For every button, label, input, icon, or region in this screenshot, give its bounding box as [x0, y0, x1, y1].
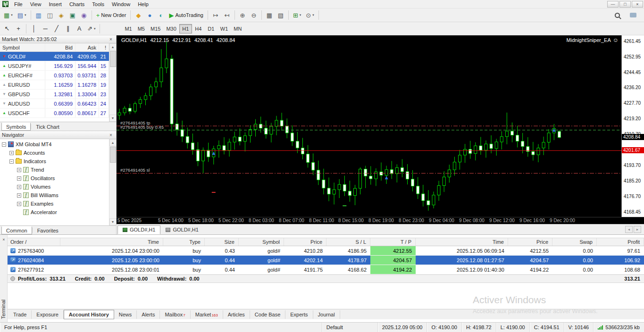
tree-item-accounts[interactable]: +Accounts: [0, 149, 116, 157]
terminal-tab-experts[interactable]: Experts: [285, 310, 313, 319]
terminal-tab-code-base[interactable]: Code Base: [250, 310, 285, 319]
crosshair-button[interactable]: +: [13, 24, 24, 34]
tree-item-oscillators[interactable]: +fOscillators: [0, 174, 116, 183]
new-chart-button[interactable]: ▦▾: [1, 10, 15, 20]
menu-help[interactable]: Help: [134, 1, 152, 8]
scroll-down-icon[interactable]: ▼: [109, 115, 117, 122]
menu-charts[interactable]: Charts: [66, 1, 88, 8]
scroll-down-icon[interactable]: ▼: [109, 218, 117, 225]
terminal-tab-market[interactable]: Market163: [191, 310, 223, 319]
tree-item-volumes[interactable]: +fVolumes: [0, 183, 116, 191]
profiles-button[interactable]: ▤▾: [15, 10, 29, 20]
terminal-close-icon[interactable]: ×: [1, 237, 7, 242]
chart-tab-gold-h1[interactable]: GOLD#,H1: [117, 225, 160, 234]
horizontal-line-button[interactable]: ─: [40, 24, 51, 34]
menu-view[interactable]: View: [26, 1, 45, 8]
market-watch-row[interactable]: ▼GBPUSD1.329811.3300423: [0, 90, 109, 99]
terminal-tab-trade[interactable]: Trade: [8, 310, 32, 319]
terminal-tab-account-history[interactable]: Account History: [64, 310, 114, 319]
chart-plot[interactable]: #276491405 tp#276491405 buy 0.45#2764914…: [117, 35, 621, 217]
cascade-windows-button[interactable]: ▧: [275, 10, 286, 20]
expand-icon[interactable]: +: [17, 176, 21, 181]
tree-item-xm-global-mt4[interactable]: −XM Global MT4: [0, 140, 116, 149]
order-row[interactable]: ↗2762779122025.12.08 23:00:01buy0.44gold…: [8, 265, 644, 274]
market-services-button[interactable]: ◐: [155, 10, 167, 20]
shapes-button[interactable]: ⇗▾: [85, 24, 98, 34]
expert-advisor-label[interactable]: MidnightSniper_EA ☺: [567, 37, 619, 43]
tree-item-indicators[interactable]: −Indicators: [0, 157, 116, 166]
vertical-line-button[interactable]: │: [28, 24, 40, 34]
scroll-up-icon[interactable]: ▲: [109, 139, 117, 146]
timeframe-m30[interactable]: M30: [163, 24, 179, 33]
navigator-scrollbar[interactable]: ▲ ▼: [109, 139, 116, 225]
tree-item-accelerator[interactable]: fAccelerator: [0, 208, 116, 216]
menu-tools[interactable]: Tools: [88, 1, 108, 8]
data-window-toggle[interactable]: ◫: [44, 10, 56, 20]
timeframe-m5[interactable]: M5: [135, 24, 148, 33]
tile-windows-button[interactable]: ▦: [264, 10, 275, 20]
chart-tab-gold-h1[interactable]: GOLD#,H1: [160, 225, 203, 234]
expand-icon[interactable]: +: [17, 193, 21, 198]
expand-icon[interactable]: +: [17, 202, 21, 206]
autoscroll-button[interactable]: ↦: [210, 10, 221, 20]
chat-button[interactable]: [627, 10, 639, 20]
tab-favorites[interactable]: Favorites: [33, 226, 63, 234]
menu-insert[interactable]: Insert: [45, 1, 66, 8]
market-watch-toggle[interactable]: ▥: [33, 10, 44, 20]
timeframe-mn[interactable]: MN: [231, 24, 244, 33]
trendline-button[interactable]: ╱: [51, 24, 62, 34]
tab-symbols[interactable]: Symbols: [1, 123, 31, 131]
market-watch-row[interactable]: ▲USDCHF0.805900.8061727: [0, 108, 109, 118]
timeframe-h4[interactable]: H4: [192, 24, 205, 33]
scrollbar-thumb[interactable]: [110, 51, 116, 67]
autotrading-button[interactable]: ▶AutoTrading: [167, 10, 206, 20]
periods-button[interactable]: ⊙▾: [303, 10, 316, 20]
close-button[interactable]: ×: [632, 1, 643, 8]
cursor-button[interactable]: ↖: [1, 24, 13, 34]
navigator-close-icon[interactable]: ×: [108, 132, 114, 138]
maximize-button[interactable]: □: [619, 1, 631, 8]
menu-file[interactable]: File: [10, 1, 26, 8]
terminal-toggle[interactable]: ▣: [67, 10, 78, 20]
market-watch-row[interactable]: ▲EURUSD1.162591.1627819: [0, 80, 109, 90]
chart-shift-button[interactable]: ↤: [221, 10, 233, 20]
zoom-out-button[interactable]: ⊖: [248, 10, 259, 20]
community-button[interactable]: ●: [144, 10, 155, 20]
tree-item-examples[interactable]: +fExamples: [0, 199, 116, 208]
search-button[interactable]: [611, 10, 623, 20]
tree-item-bill-williams[interactable]: +fBill Williams: [0, 191, 116, 199]
order-row[interactable]: ↗2757634002025.12.04 23:00:00buy0.43gold…: [8, 246, 644, 256]
terminal-tab-alerts[interactable]: Alerts: [137, 310, 160, 319]
tab-scroll-right-icon[interactable]: ▸: [634, 226, 641, 233]
market-watch-row[interactable]: ▼GOLD#4208.844209.0521: [0, 52, 109, 61]
timeframe-m1[interactable]: M1: [122, 24, 134, 33]
market-watch-scrollbar[interactable]: ▲ ▼: [109, 43, 116, 122]
tab-common[interactable]: Common: [1, 226, 32, 234]
indicators-button[interactable]: ⊞▾: [291, 10, 303, 20]
channel-button[interactable]: ∥: [62, 24, 74, 34]
expand-icon[interactable]: +: [17, 168, 21, 172]
status-profile[interactable]: Default: [322, 323, 378, 332]
timeframe-w1[interactable]: W1: [217, 24, 231, 33]
navigator-toggle[interactable]: ◈: [56, 10, 67, 20]
metaeditor-button[interactable]: ◆: [133, 10, 144, 20]
zoom-in-button[interactable]: ⊕: [237, 10, 248, 20]
tree-item-trend[interactable]: +fTrend: [0, 166, 116, 174]
strategy-tester-toggle[interactable]: ◉: [78, 10, 90, 20]
terminal-tab-mailbox[interactable]: Mailbox7: [160, 310, 190, 319]
menu-window[interactable]: Window: [108, 1, 134, 8]
tab-scroll-left-icon[interactable]: ◂: [625, 226, 633, 233]
order-row[interactable]: ↗2760240842025.12.05 23:00:00buy0.44gold…: [8, 256, 644, 265]
terminal-tab-news[interactable]: News: [114, 310, 137, 319]
collapse-icon[interactable]: −: [2, 142, 6, 147]
new-order-button[interactable]: +New Order: [94, 10, 129, 20]
collapse-icon[interactable]: −: [9, 159, 14, 164]
tab-tick-chart[interactable]: Tick Chart: [31, 123, 64, 131]
terminal-tab-exposure[interactable]: Exposure: [32, 310, 63, 319]
terminal-tab-journal[interactable]: Journal: [313, 310, 340, 319]
scrollbar-thumb[interactable]: [110, 147, 116, 163]
expand-icon[interactable]: +: [17, 185, 21, 189]
expand-icon[interactable]: +: [9, 151, 14, 155]
timeframe-m15[interactable]: M15: [148, 24, 163, 33]
scroll-up-icon[interactable]: ▲: [109, 43, 117, 50]
